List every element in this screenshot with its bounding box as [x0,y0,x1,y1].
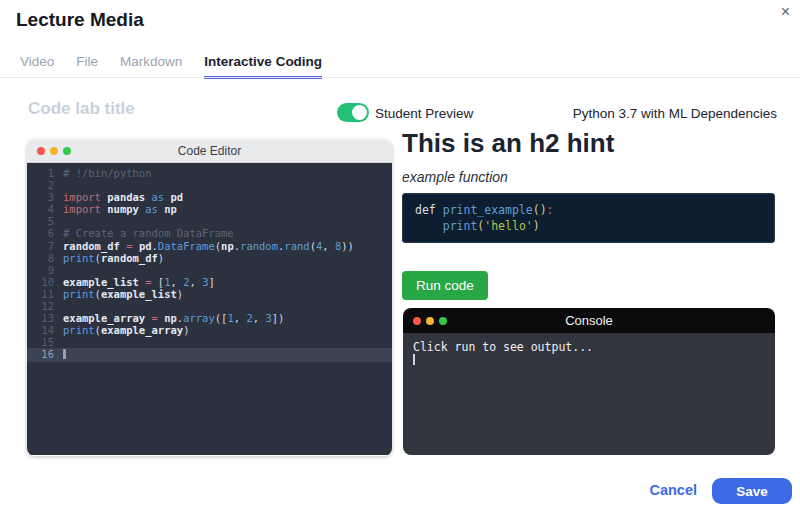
traffic-light-green-icon [439,317,447,325]
code-editor-titlebar: Code Editor [27,140,392,163]
code-line: 16 [27,348,392,361]
console-traffic-lights [413,317,447,325]
console-output: Click run to see output... [403,333,775,455]
tab-video[interactable]: Video [20,54,54,79]
code-line: 13example_array = np.array([1, 2, 3]) [27,312,392,324]
code-line: 10example_list = [1, 2, 3] [27,276,392,288]
code-line: 6# Create a random DataFrame [27,227,392,239]
traffic-light-yellow-icon [426,317,434,325]
close-icon[interactable]: × [781,3,790,21]
traffic-light-red-icon [37,147,45,155]
lecture-media-modal: Lecture Media × VideoFileMarkdownInterac… [0,0,800,508]
runtime-label: Python 3.7 with ML Dependencies [573,106,777,121]
console-titlebar: Console [403,308,775,333]
editor-cursor [63,349,66,359]
code-editor-title: Code Editor [27,144,392,158]
code-line: 15 [27,336,392,348]
snippet-line: print('hello') [415,218,762,234]
run-code-button[interactable]: Run code [402,271,488,300]
traffic-light-green-icon [63,147,71,155]
console-title: Console [403,313,775,328]
code-line: 8print(random_df) [27,252,392,264]
tab-interactive-coding[interactable]: Interactive Coding [204,54,322,79]
code-line: 11print(example_list) [27,288,392,300]
code-line: 5 [27,215,392,227]
save-button[interactable]: Save [712,478,792,504]
console-output-line: Click run to see output... [413,340,765,354]
code-line: 3import pandas as pd [27,191,392,203]
student-preview-label: Student Preview [375,106,473,121]
traffic-light-red-icon [413,317,421,325]
code-line: 2 [27,179,392,191]
code-lab-title-input[interactable] [28,99,318,119]
code-line: 7random_df = pd.DataFrame(np.random.rand… [27,240,392,252]
tab-file[interactable]: File [76,54,98,79]
tab-divider [0,77,800,78]
code-line: 1# !/bin/python [27,167,392,179]
console-cursor [413,354,415,365]
code-line: 12 [27,300,392,312]
console-window: Console Click run to see output... [403,308,775,455]
toggle-knob-icon [352,105,367,120]
traffic-light-yellow-icon [50,147,58,155]
code-editor-body[interactable]: 1# !/bin/python23import pandas as pd4imp… [27,163,392,455]
student-preview-toggle[interactable] [337,103,369,122]
code-line: 4import numpy as np [27,203,392,215]
cancel-button[interactable]: Cancel [649,482,697,498]
hint-heading: This is an h2 hint [402,128,614,159]
tab-bar: VideoFileMarkdownInteractive Coding [20,54,322,79]
tab-markdown[interactable]: Markdown [120,54,182,79]
hint-subheading: example function [402,169,508,185]
example-code-snippet: def print_example(): print('hello') [402,193,775,243]
snippet-line: def print_example(): [415,202,762,218]
code-line: 9 [27,264,392,276]
page-title: Lecture Media [16,9,144,31]
code-editor-window: Code Editor 1# !/bin/python23import pand… [27,140,392,456]
traffic-lights [37,147,71,155]
code-line: 14print(example_array) [27,324,392,336]
